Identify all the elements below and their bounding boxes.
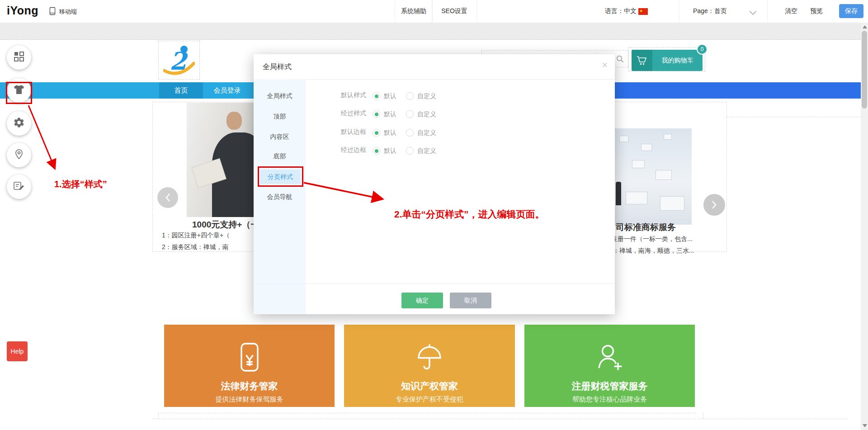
toolbar-edit-button[interactable]: [7, 175, 31, 199]
annotation-step1: 1.选择“样式”: [54, 178, 107, 190]
radio-custom[interactable]: [406, 129, 414, 137]
top-toolbar: iYong 移动端 系统辅助 SEO设置 语言：中文 ★ Page：首页 清空 …: [0, 0, 861, 23]
clear-button[interactable]: 清空: [785, 7, 797, 15]
language-label: 语言：中文: [605, 7, 637, 15]
section-divider: [703, 413, 703, 419]
radio-option-label[interactable]: 自定义: [417, 129, 436, 137]
section-divider: [152, 419, 848, 419]
banner-title: 注册财税管家服务: [572, 380, 648, 392]
china-flag-icon: ★: [638, 8, 648, 15]
mobile-label: 移动端: [59, 8, 77, 16]
annotation-highlight-box: [258, 166, 303, 187]
edit-note-icon: [13, 180, 25, 193]
banner-subtitle: 提供法律财务保驾服务: [216, 395, 283, 404]
save-button[interactable]: 保存: [839, 4, 863, 18]
annotation-step2: 2.单击“分页样式”，进入编辑页面。: [394, 208, 545, 221]
brand-logo: iYong: [7, 4, 38, 17]
radio-custom[interactable]: [406, 110, 414, 118]
site-logo-icon: 2: [163, 44, 195, 76]
page: iYong 移动端 系统辅助 SEO设置 语言：中文 ★ Page：首页 清空 …: [0, 0, 868, 430]
annotation-highlight-box: [6, 82, 32, 104]
radio-option-label[interactable]: 自定义: [417, 147, 436, 155]
product-image[interactable]: [606, 128, 692, 225]
radio-custom[interactable]: [406, 147, 414, 155]
banner-tax-registration[interactable]: 注册财税管家服务 帮助您专注核心品牌业务: [524, 325, 695, 407]
dialog-footer-divider: [254, 284, 615, 284]
row-label: 默认边框: [322, 128, 366, 136]
section-divider: [158, 413, 696, 413]
radio-default-checked[interactable]: [373, 147, 380, 155]
product-title[interactable]: 1000元支持+（一: [192, 219, 259, 231]
banner-ip-guard[interactable]: 知识产权管家 专业保护产权不受侵犯: [344, 325, 515, 407]
menu-system-assist[interactable]: 系统辅助: [395, 0, 433, 22]
banner-subtitle: 专业保护产权不受侵犯: [396, 395, 463, 404]
my-cart-button[interactable]: 我的购物车: [632, 50, 703, 71]
cart-icon: [632, 50, 652, 71]
confirm-button[interactable]: 确定: [401, 293, 443, 308]
toolbar-settings-button[interactable]: [7, 111, 31, 136]
product-line: 2：服务区域：禅城，南: [162, 243, 229, 251]
banner-title: 法律财务管家: [221, 380, 278, 392]
dialog-menu-top[interactable]: 顶部: [254, 110, 306, 123]
product-line: 注册一件（一标一类，包含...: [611, 235, 693, 243]
scrollbar-up-arrow[interactable]: [863, 25, 867, 28]
radio-option-label[interactable]: 默认: [384, 129, 396, 137]
dialog-header-divider: [254, 79, 615, 80]
scrollbar-down-arrow[interactable]: [863, 424, 867, 427]
carousel-next-button[interactable]: [703, 194, 725, 216]
mobile-icon: [49, 6, 56, 17]
radio-default-checked[interactable]: [373, 129, 380, 137]
row-label: 默认样式: [322, 91, 366, 99]
global-style-dialog: 全局样式 × 全局样式 顶部 内容区 底部 分页样式 会员导航 默认样式 默认 …: [254, 54, 615, 314]
dialog-title: 全局样式: [263, 62, 292, 72]
help-button[interactable]: Help: [7, 341, 28, 361]
radio-default-checked[interactable]: [373, 92, 380, 100]
banner-legal-finance[interactable]: 法律财务管家 提供法律财务保驾服务: [164, 325, 335, 407]
nav-tab-home[interactable]: 首页: [159, 82, 203, 99]
nav-tab-member-login[interactable]: 会员登录: [203, 82, 251, 99]
layout-grid-icon: [14, 52, 24, 63]
cart-count-badge: 0: [697, 44, 708, 55]
cart-label: 我的购物车: [652, 50, 703, 71]
radio-option-label[interactable]: 自定义: [417, 110, 436, 118]
dialog-menu-global-style[interactable]: 全局样式: [254, 90, 306, 102]
product-line: 1：园区注册+四个章+（: [162, 232, 230, 240]
radio-option-label[interactable]: 自定义: [417, 92, 436, 100]
radio-option-label[interactable]: 默认: [384, 110, 396, 118]
umbrella-icon: [413, 341, 446, 375]
dialog-menu-member-nav[interactable]: 会员导航: [254, 190, 306, 203]
dialog-menu-bottom[interactable]: 底部: [254, 150, 306, 162]
product-title[interactable]: 司标准商标服务: [616, 222, 676, 233]
location-pin-icon: [14, 149, 24, 161]
row-label: 经过样式: [322, 109, 366, 118]
scrollbar-thumb[interactable]: [862, 31, 867, 109]
mobile-view-button[interactable]: 移动端: [49, 6, 77, 17]
yuan-document-icon: [233, 341, 266, 375]
welcome-bar: [0, 23, 861, 40]
carousel-prev-button[interactable]: [157, 187, 178, 208]
row-label: 经过边框: [322, 146, 366, 154]
radio-option-label[interactable]: 默认: [384, 147, 396, 155]
add-user-icon: [594, 341, 626, 375]
section-divider: [158, 413, 159, 419]
menu-seo-settings[interactable]: SEO设置: [432, 0, 477, 22]
product-line: ：禅城，南海，顺德，三水...: [613, 247, 694, 255]
page-selector-label: Page：首页: [693, 7, 727, 15]
toolbar-layout-button[interactable]: [7, 45, 31, 70]
radio-custom[interactable]: [406, 92, 414, 100]
site-logo[interactable]: 2: [158, 41, 200, 80]
dialog-menu-content-area[interactable]: 内容区: [254, 130, 306, 143]
cancel-button[interactable]: 取消: [450, 293, 491, 308]
gear-icon: [13, 117, 25, 130]
section-divider: [727, 117, 861, 117]
close-icon[interactable]: ×: [602, 60, 608, 70]
banner-subtitle: 帮助您专注核心品牌业务: [572, 395, 647, 404]
banner-title: 知识产权管家: [401, 380, 458, 392]
preview-button[interactable]: 预览: [810, 7, 823, 15]
radio-option-label[interactable]: 默认: [384, 92, 396, 100]
toolbar-location-button[interactable]: [7, 143, 31, 167]
radio-default-checked[interactable]: [373, 110, 380, 118]
search-icon[interactable]: [616, 55, 624, 65]
